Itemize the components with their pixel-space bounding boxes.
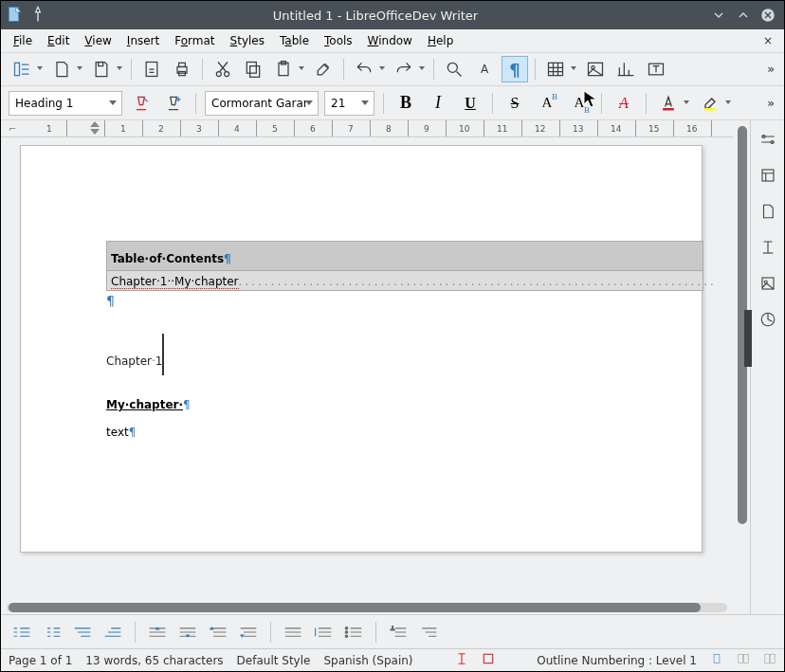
strikethrough-button[interactable]: S [502, 90, 528, 117]
paragraph-style-combo[interactable]: Heading 1 [9, 91, 122, 116]
move-up-sub-button[interactable] [207, 623, 229, 642]
body-text[interactable]: text¶ [106, 424, 702, 439]
styles-panel-button[interactable] [757, 164, 779, 187]
close-button[interactable] [758, 5, 778, 26]
formatting-marks-button[interactable]: ¶ [502, 56, 528, 82]
status-view-multi[interactable] [737, 652, 750, 668]
insert-table-button[interactable] [542, 56, 569, 82]
toc-title[interactable]: Table·of·Contents¶ [106, 241, 703, 271]
italic-button[interactable]: I [425, 90, 451, 117]
copy-button[interactable] [240, 56, 266, 82]
font-size-combo[interactable]: 21 [324, 91, 374, 116]
print-button[interactable] [169, 56, 195, 82]
sidebar-grip[interactable] [744, 310, 752, 367]
properties-panel-button[interactable] [757, 128, 779, 151]
find-button[interactable] [441, 56, 467, 82]
outline-button[interactable] [417, 623, 440, 642]
cut-button[interactable] [210, 56, 236, 82]
menu-edit[interactable]: Edit [41, 31, 76, 50]
menu-styles[interactable]: Styles [224, 31, 271, 50]
status-outline[interactable]: Outline Numbering : Level 1 [537, 654, 697, 667]
spellcheck-button[interactable]: A [471, 56, 498, 82]
workarea: ⌐ 1 1 2 3 4 5 6 7 8 9 10 11 12 13 [1, 120, 784, 614]
toolbar-overflow-button[interactable]: » [763, 63, 776, 76]
formatting-toolbar: Heading 1 Cormorant Garar 21 B I U S A A… [1, 86, 784, 120]
status-words[interactable]: 13 words, 65 characters [85, 654, 223, 667]
menu-table[interactable]: Table [273, 31, 316, 50]
document-area[interactable]: Table·of·Contents¶ Chapter·1··My·chapter… [1, 137, 733, 601]
status-style[interactable]: Default Style [237, 654, 311, 667]
move-down-sub-button[interactable] [237, 623, 260, 642]
menu-file[interactable]: File [7, 31, 39, 50]
numbering-button[interactable]: 1 [387, 623, 410, 642]
svg-rect-6 [179, 63, 186, 66]
minimize-button[interactable] [708, 5, 729, 26]
export-pdf-button[interactable] [138, 56, 165, 82]
svg-rect-23 [762, 170, 774, 181]
status-language[interactable]: Spanish (Spain) [323, 654, 412, 667]
page[interactable]: Table·of·Contents¶ Chapter·1··My·chapter… [20, 145, 703, 553]
subscript-button[interactable]: A [566, 90, 593, 117]
status-view-single[interactable] [710, 652, 723, 668]
pin-icon[interactable] [29, 6, 46, 26]
bullets-button[interactable] [342, 623, 365, 642]
clone-formatting-button[interactable] [310, 56, 337, 82]
titlebar: Untitled 1 - LibreOfficeDev Writer [1, 1, 784, 29]
save-button[interactable] [88, 56, 115, 82]
list-demote-button[interactable] [71, 623, 94, 642]
close-document-button[interactable]: × [758, 31, 778, 50]
app-icon [7, 6, 24, 26]
functions-panel-button[interactable] [757, 308, 779, 331]
bold-button[interactable]: B [392, 90, 419, 117]
font-name-combo[interactable]: Cormorant Garar [205, 91, 319, 116]
list-promote-button[interactable] [101, 623, 124, 642]
svg-rect-19 [663, 108, 674, 111]
status-insert-mode[interactable] [455, 652, 468, 668]
menu-insert[interactable]: Insert [120, 31, 166, 50]
update-style-button[interactable] [128, 90, 155, 117]
list-indent-out-button[interactable] [10, 623, 33, 642]
menu-window[interactable]: Window [361, 31, 419, 50]
vertical-scrollbar[interactable] [733, 120, 750, 614]
status-page[interactable]: Page 1 of 1 [9, 654, 72, 667]
new-button[interactable] [48, 56, 75, 82]
svg-point-9 [225, 72, 229, 77]
highlight-button[interactable] [697, 90, 723, 117]
clear-formatting-button[interactable]: A [611, 90, 637, 117]
format-overflow-button[interactable]: » [763, 97, 776, 110]
menu-help[interactable]: Help [421, 31, 460, 50]
restart-number-button[interactable] [312, 623, 335, 642]
menu-tools[interactable]: Tools [318, 31, 359, 50]
horizontal-scrollbar[interactable] [1, 601, 733, 614]
new-style-button[interactable] [160, 90, 187, 117]
status-selection-mode[interactable] [482, 652, 495, 668]
underline-button[interactable]: U [457, 90, 484, 117]
menu-view[interactable]: View [78, 31, 118, 50]
superscript-button[interactable]: A [534, 90, 560, 117]
svg-point-27 [345, 627, 348, 629]
navigator-panel-button[interactable] [757, 272, 779, 295]
menu-format[interactable]: Format [168, 31, 221, 50]
insert-textbox-button[interactable] [643, 56, 669, 82]
undo-button[interactable] [351, 56, 377, 82]
font-color-button[interactable] [655, 90, 682, 117]
gallery-panel-button[interactable] [757, 236, 779, 259]
list-indent-in-button[interactable] [41, 623, 64, 642]
horizontal-ruler[interactable]: ⌐ 1 1 2 3 4 5 6 7 8 9 10 11 12 13 [1, 120, 733, 137]
status-view-book[interactable] [763, 652, 776, 668]
toc-entry[interactable]: Chapter·1··My·chapter...................… [106, 271, 703, 291]
move-down-button[interactable] [176, 623, 199, 642]
heading-subchapter[interactable]: My·chapter·¶ [106, 387, 702, 414]
insert-chart-button[interactable] [612, 56, 639, 82]
maximize-button[interactable] [733, 5, 754, 26]
no-number-button[interactable] [282, 623, 304, 642]
toc-block[interactable]: Table·of·Contents¶ Chapter·1··My·chapter… [106, 241, 703, 291]
svg-rect-20 [704, 108, 716, 111]
paste-button[interactable] [270, 56, 297, 82]
page-panel-button[interactable] [757, 200, 779, 223]
sidebar-toggle-button[interactable] [9, 56, 35, 82]
move-up-button[interactable] [146, 623, 169, 642]
insert-image-button[interactable] [582, 56, 609, 82]
redo-button[interactable] [391, 56, 417, 82]
heading-chapter[interactable]: Chapter·1 [106, 325, 702, 375]
